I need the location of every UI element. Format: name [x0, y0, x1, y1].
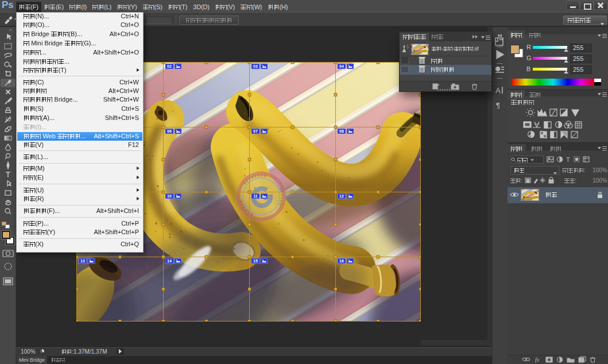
svg-text:03: 03 [253, 64, 258, 68]
svg-text:A: A [495, 86, 501, 95]
svg-text:10: 10 [167, 194, 172, 198]
svg-text:06: 06 [167, 129, 172, 133]
svg-text:08: 08 [339, 129, 344, 133]
svg-text:¶: ¶ [496, 101, 500, 110]
svg-text:02: 02 [167, 64, 172, 68]
svg-text:12: 12 [339, 194, 344, 198]
svg-text:04: 04 [339, 64, 344, 68]
svg-text:T: T [566, 156, 570, 163]
svg-text:14: 14 [167, 259, 172, 263]
svg-text:16: 16 [339, 259, 344, 263]
svg-text:07: 07 [253, 129, 258, 133]
svg-text:11: 11 [253, 194, 258, 198]
svg-text:13: 13 [80, 259, 85, 263]
svg-text:fx: fx [535, 357, 540, 363]
svg-text:15: 15 [253, 259, 258, 263]
